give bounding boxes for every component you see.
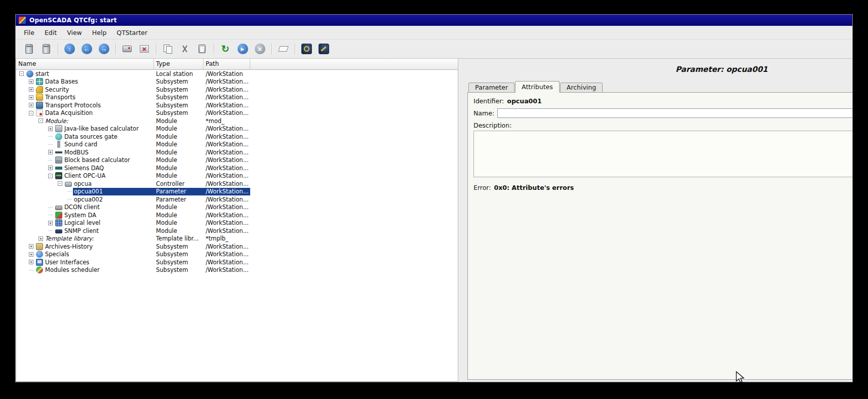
- stop-icon: ×: [255, 44, 265, 54]
- tree-item-label: Transport Protocols: [45, 102, 101, 109]
- title-bar[interactable]: OpenSCADA QTCfg: start: [16, 15, 852, 26]
- tree-row[interactable]: Sound cardModule/WorkStation...: [16, 141, 458, 149]
- expand-toggle-icon[interactable]: +: [29, 95, 33, 100]
- tree-item-type: Module: [154, 164, 204, 172]
- copy-item-button[interactable]: [160, 42, 176, 57]
- name-input[interactable]: [497, 108, 852, 118]
- error-label: Error:: [474, 184, 491, 191]
- tree-item-label: Module:: [45, 117, 68, 125]
- tree-row[interactable]: -startLocal station/WorkStation: [16, 70, 458, 78]
- menu-item-edit[interactable]: Edit: [40, 27, 62, 38]
- load-from-db-button[interactable]: [21, 42, 37, 57]
- tree-row[interactable]: +ModBUSModule/WorkStation...: [16, 148, 458, 156]
- cut-item-button[interactable]: [177, 42, 193, 57]
- menu-item-qtstarter[interactable]: QTStarter: [111, 27, 152, 38]
- tree-row[interactable]: -Data AcquisitionSubsystem/WorkStation..…: [16, 109, 458, 117]
- start-updating-button[interactable]: ▶: [234, 42, 251, 57]
- name-label: Name:: [474, 109, 494, 117]
- collapse-toggle-icon[interactable]: -: [19, 71, 24, 76]
- tree-row[interactable]: -opcuaController/WorkStation...: [16, 180, 458, 188]
- toolbar: ↑←→×↻▶×: [16, 39, 852, 59]
- qtstarter-window-1-button[interactable]: [298, 42, 314, 57]
- tree-branch-line: [67, 199, 72, 200]
- tree-row[interactable]: +Archives-HistorySubsystem/WorkStation..…: [16, 243, 458, 251]
- menu-item-view[interactable]: View: [62, 27, 87, 38]
- tree-row[interactable]: opcua002Parameter/WorkStation...: [16, 195, 458, 204]
- expand-toggle-icon[interactable]: +: [48, 221, 53, 225]
- siemens-daq-icon: [55, 165, 62, 172]
- tree-row[interactable]: +TransportsSubsystem/WorkStation...: [16, 94, 458, 102]
- tree-row[interactable]: -Client OPC-UAModule/WorkStation...: [16, 172, 458, 180]
- add-item-button[interactable]: [119, 42, 135, 57]
- dcon-icon: [55, 206, 62, 210]
- main-area: Name Type Path -startLocal station/WorkS…: [16, 59, 852, 382]
- save-to-db-button[interactable]: [38, 42, 54, 57]
- splitter-handle[interactable]: [458, 59, 462, 382]
- tab-parameter[interactable]: Parameter: [468, 83, 515, 93]
- expand-toggle-icon[interactable]: +: [29, 252, 33, 257]
- delete-item-button[interactable]: ×: [136, 42, 152, 57]
- expand-toggle-icon[interactable]: +: [29, 79, 33, 84]
- collapse-toggle-icon[interactable]: -: [38, 118, 43, 123]
- tree-item-path: /WorkStation...: [204, 172, 250, 180]
- delete-item-icon: ×: [140, 45, 149, 53]
- tree-row[interactable]: System DAModule/WorkStation...: [16, 211, 458, 219]
- collapse-toggle-icon[interactable]: -: [58, 181, 62, 186]
- tree-row[interactable]: +Logical levelModule/WorkStation...: [16, 219, 458, 227]
- modbus-icon: [55, 149, 62, 156]
- tree-row[interactable]: Data sources gateModule/WorkStation...: [16, 133, 458, 141]
- tree-item-label: ModBUS: [64, 149, 89, 156]
- refresh-tree-button[interactable]: ↻: [217, 42, 233, 57]
- go-up-button[interactable]: ↑: [61, 42, 77, 57]
- tree-row[interactable]: +Data BasesSubsystem/WorkStation...: [16, 78, 458, 86]
- expand-toggle-icon[interactable]: +: [38, 236, 43, 241]
- expand-toggle-icon[interactable]: +: [29, 244, 33, 249]
- expand-toggle-icon[interactable]: +: [29, 260, 33, 264]
- qtstarter-window-2-button[interactable]: [315, 42, 332, 57]
- column-header-path[interactable]: Path: [204, 59, 250, 70]
- tree-item-type: Module: [154, 148, 204, 156]
- tree-row[interactable]: +Java-like based calculatorModule/WorkSt…: [16, 125, 458, 133]
- tree-row[interactable]: -Module:Module*mod_: [16, 117, 458, 125]
- app-window: OpenSCADA QTCfg: start FileEditViewHelpQ…: [15, 14, 853, 382]
- add-item-icon: [123, 46, 132, 52]
- tree-row[interactable]: SNMP clientModule/WorkStation...: [16, 227, 458, 235]
- expand-toggle-icon[interactable]: +: [48, 166, 53, 170]
- tree-row[interactable]: +SpecialsSubsystem/WorkStation...: [16, 251, 458, 259]
- tree-row[interactable]: opcua001Parameter/WorkStation...: [16, 188, 458, 196]
- erase-button[interactable]: [275, 42, 291, 57]
- go-forward-button[interactable]: →: [96, 42, 112, 57]
- tree-item-path: /WorkStation...: [204, 204, 250, 212]
- tree-row[interactable]: +Template library:Template libr...*tmplb…: [16, 235, 458, 243]
- collapse-toggle-icon[interactable]: -: [29, 111, 33, 115]
- tab-attributes[interactable]: Attributes: [515, 81, 560, 93]
- paste-item-button[interactable]: [194, 42, 210, 57]
- stop-updating-button[interactable]: ×: [252, 42, 268, 57]
- column-header-name[interactable]: Name: [16, 59, 154, 70]
- tree-item-label: Transports: [45, 94, 75, 101]
- expand-toggle-icon[interactable]: +: [29, 87, 33, 92]
- tree-row[interactable]: Block based calculatorModule/WorkStation…: [16, 156, 458, 165]
- expand-toggle-icon[interactable]: +: [29, 103, 33, 107]
- description-input[interactable]: [474, 131, 852, 177]
- expand-toggle-icon[interactable]: +: [48, 150, 53, 154]
- collapse-toggle-icon[interactable]: -: [48, 174, 53, 178]
- tree-item-path: /WorkStation...: [204, 94, 250, 102]
- tree-item-type: Module: [154, 156, 204, 165]
- tab-archiving[interactable]: Archiving: [560, 83, 603, 93]
- expand-toggle-icon[interactable]: +: [48, 127, 53, 131]
- menu-item-help[interactable]: Help: [87, 27, 112, 38]
- detail-panel-inner: Parameter: opcua001 ParameterAttributesA…: [462, 59, 852, 382]
- go-back-button[interactable]: ←: [78, 42, 95, 57]
- tree-row[interactable]: +User InterfacesSubsystem/WorkStation...: [16, 258, 458, 266]
- tree-item-type: Subsystem: [154, 243, 204, 251]
- tree-item-label: Sound card: [64, 141, 97, 148]
- tree-row[interactable]: DCON clientModule/WorkStation...: [16, 204, 458, 212]
- tree-row[interactable]: +Siemens DAQModule/WorkStation...: [16, 164, 458, 172]
- column-header-type[interactable]: Type: [154, 59, 204, 70]
- tree-row[interactable]: +Transport ProtocolsSubsystem/WorkStatio…: [16, 101, 458, 109]
- tree-item-type: Module: [154, 204, 204, 212]
- menu-item-file[interactable]: File: [19, 27, 40, 38]
- tree-row[interactable]: +SecuritySubsystem/WorkStation...: [16, 86, 458, 94]
- tree-row[interactable]: Modules schedulerSubsystem/WorkStation..…: [16, 266, 458, 274]
